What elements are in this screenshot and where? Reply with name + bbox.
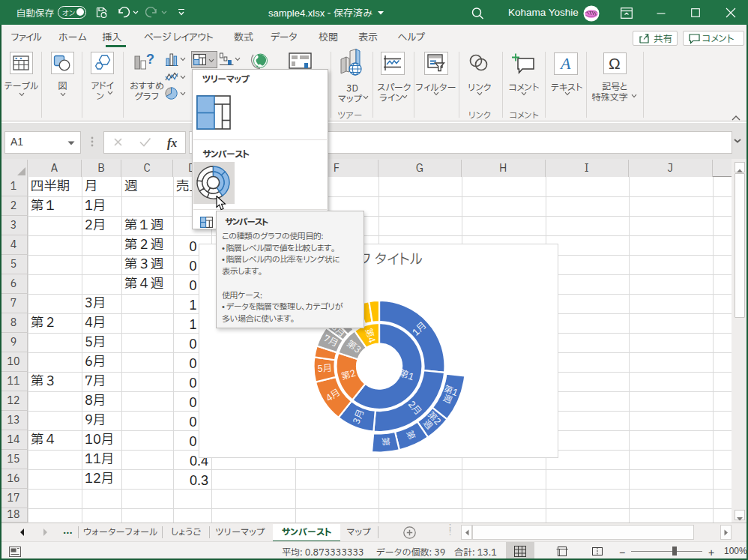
svg-text:第: 第 — [378, 437, 392, 447]
svg-text:A: A — [559, 54, 571, 73]
svg-text:?: ? — [146, 52, 154, 67]
svg-text:Ω: Ω — [609, 55, 621, 72]
svg-text:5月: 5月 — [317, 361, 332, 376]
svg-text:fx: fx — [167, 136, 177, 150]
